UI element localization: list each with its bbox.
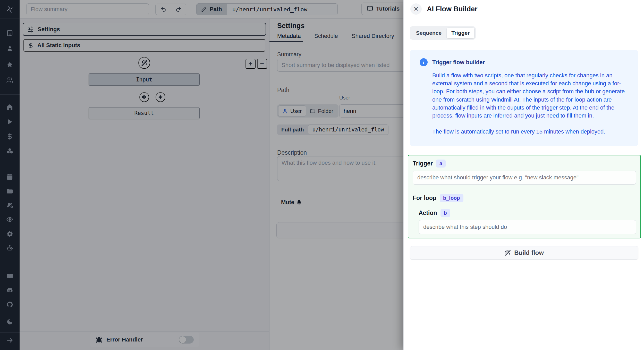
close-icon: ✕ <box>413 5 419 13</box>
info-icon: i <box>420 58 428 66</box>
action-step-row: Action b <box>419 209 636 217</box>
tab-sequence[interactable]: Sequence <box>411 28 446 38</box>
trigger-step-badge: a <box>436 160 446 168</box>
info-body: Build a flow with two scripts, one that … <box>432 71 628 120</box>
wand-sparkles-icon <box>504 249 511 256</box>
close-drawer-button[interactable]: ✕ <box>410 3 422 15</box>
info-footer: The flow is automatically set to run eve… <box>432 128 628 136</box>
builder-mode-toggle: Sequence Trigger <box>410 26 476 40</box>
trigger-step-label: Trigger <box>413 160 433 167</box>
ai-flow-builder-drawer: ✕ AI Flow Builder Sequence Trigger i Tri… <box>403 0 644 350</box>
info-title: Trigger flow builder <box>432 59 485 66</box>
trigger-config-box: Trigger a For loop b_loop Action b <box>408 155 641 238</box>
drawer-title: AI Flow Builder <box>427 5 478 13</box>
action-description-input[interactable] <box>419 220 636 234</box>
drawer-header: ✕ AI Flow Builder <box>404 0 644 18</box>
action-step-label: Action <box>419 210 437 216</box>
trigger-info-box: i Trigger flow builder Build a flow with… <box>410 50 638 146</box>
forloop-step-row: For loop b_loop <box>413 194 636 202</box>
action-step-badge: b <box>440 209 450 217</box>
trigger-description-input[interactable] <box>413 171 636 185</box>
build-flow-button[interactable]: Build flow <box>410 246 638 260</box>
forloop-step-label: For loop <box>413 195 436 202</box>
trigger-step-row: Trigger a <box>413 160 636 168</box>
modal-dim-overlay[interactable] <box>0 0 403 350</box>
build-flow-label: Build flow <box>514 249 544 256</box>
forloop-step-badge: b_loop <box>440 194 463 202</box>
tab-trigger[interactable]: Trigger <box>446 28 474 38</box>
